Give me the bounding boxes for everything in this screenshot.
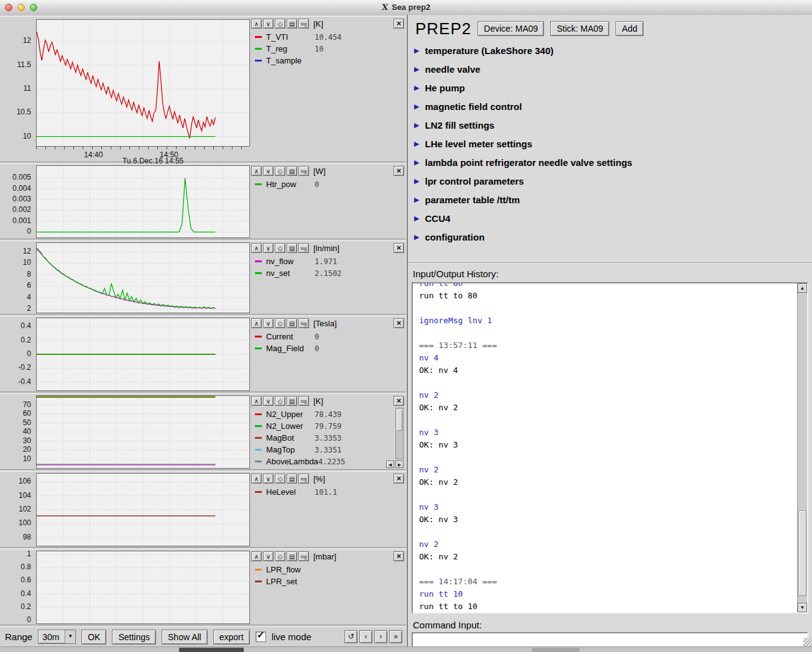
plot-toolbar: ∧∨◇▤log[ln/min]× bbox=[251, 242, 404, 254]
plot-close-button[interactable]: × bbox=[394, 474, 404, 484]
plot-scroll-down-button[interactable]: ∨ bbox=[263, 474, 274, 484]
plot-zoom-button[interactable]: ◇ bbox=[275, 318, 285, 328]
plot-print-button[interactable]: ▤ bbox=[287, 19, 297, 29]
legend-scrollbar[interactable] bbox=[395, 408, 404, 459]
plot-canvas[interactable] bbox=[36, 242, 250, 313]
plot-print-button[interactable]: ▤ bbox=[287, 551, 297, 561]
section-lpr-control-parameters[interactable]: ▶lpr control parameters bbox=[408, 172, 812, 190]
resize-grip[interactable] bbox=[803, 638, 812, 646]
history-box[interactable]: run tt 80run tt to 80 ignoreMsg lnv 1 ==… bbox=[412, 282, 808, 613]
plot-print-button[interactable]: ▤ bbox=[287, 474, 297, 484]
plot-zoom-button[interactable]: ◇ bbox=[275, 19, 285, 29]
show-all-button[interactable]: Show All bbox=[162, 630, 208, 645]
plot-canvas[interactable] bbox=[36, 19, 250, 147]
live-mode-checkbox[interactable]: ✓ bbox=[256, 631, 266, 642]
plot-close-button[interactable]: × bbox=[394, 318, 404, 328]
jump-live-button[interactable]: ↺ bbox=[344, 630, 358, 643]
plot-print-button[interactable]: ▤ bbox=[287, 318, 297, 328]
plot-zoom-button[interactable]: ◇ bbox=[275, 551, 285, 561]
section-temperature-lakeshore-340[interactable]: ▶temperature (LakeShore 340) bbox=[408, 41, 812, 60]
plot-zoom-button[interactable]: ◇ bbox=[275, 474, 285, 484]
section-ccu4[interactable]: ▶CCU4 bbox=[408, 209, 812, 227]
window-titlebar[interactable]: XSea prep2 bbox=[0, 0, 812, 16]
scrollbar-thumb[interactable] bbox=[798, 510, 806, 596]
plot-scroll-down-button[interactable]: ∨ bbox=[263, 243, 274, 253]
page-back-button[interactable]: ‹ bbox=[359, 630, 372, 643]
settings-button[interactable]: Settings bbox=[112, 630, 156, 645]
section-lambda-point-refrigerator-needle-valve-settings[interactable]: ▶lambda point refrigerator needle valve … bbox=[408, 153, 812, 172]
legend-scroll-right-button[interactable]: ▶ bbox=[395, 461, 404, 468]
plot-canvas[interactable] bbox=[36, 395, 250, 469]
plot-scroll-up-button[interactable]: ∧ bbox=[251, 19, 262, 29]
plot-unit-label: [ln/min] bbox=[313, 244, 339, 253]
expand-triangle-icon[interactable]: ▶ bbox=[414, 234, 419, 241]
plot-scroll-down-button[interactable]: ∨ bbox=[263, 19, 274, 29]
section-configuration[interactable]: ▶configuration bbox=[408, 227, 812, 246]
plot-scroll-up-button[interactable]: ∧ bbox=[251, 243, 262, 253]
page-end-button[interactable]: » bbox=[389, 630, 402, 643]
plot-canvas[interactable] bbox=[36, 318, 250, 391]
plot-scroll-up-button[interactable]: ∧ bbox=[251, 474, 262, 484]
section-lhe-level-meter-settings[interactable]: ▶LHe level meter settings bbox=[408, 134, 812, 153]
plot-log-scale-button[interactable]: log bbox=[298, 243, 309, 253]
history-scrollbar[interactable]: ▲ ▼ bbox=[797, 283, 807, 612]
scroll-up-button[interactable]: ▲ bbox=[798, 283, 807, 293]
plot-scroll-up-button[interactable]: ∧ bbox=[251, 318, 262, 328]
plot-close-button[interactable]: × bbox=[394, 243, 404, 253]
plot-print-button[interactable]: ▤ bbox=[287, 243, 297, 253]
dropdown-arrow-icon[interactable]: ▼ bbox=[65, 630, 75, 643]
plot-scroll-up-button[interactable]: ∧ bbox=[251, 551, 262, 561]
expand-triangle-icon[interactable]: ▶ bbox=[414, 122, 419, 129]
plot-close-button[interactable]: × bbox=[394, 396, 404, 406]
plot-log-scale-button[interactable]: log bbox=[298, 166, 309, 176]
export-button[interactable]: export bbox=[213, 630, 250, 645]
plot-canvas[interactable] bbox=[36, 165, 250, 238]
section-parameter-table-tt-tm[interactable]: ▶parameter table /tt/tm bbox=[408, 190, 812, 209]
expand-triangle-icon[interactable]: ▶ bbox=[414, 103, 419, 110]
plot-zoom-button[interactable]: ◇ bbox=[275, 396, 285, 406]
section-ln2-fill-settings[interactable]: ▶LN2 fill settings bbox=[408, 116, 812, 134]
page-forward-button[interactable]: › bbox=[374, 630, 387, 643]
plot-scroll-down-button[interactable]: ∨ bbox=[263, 318, 274, 328]
add-button[interactable]: Add bbox=[616, 21, 644, 36]
plot-scroll-down-button[interactable]: ∨ bbox=[263, 166, 274, 176]
expand-triangle-icon[interactable]: ▶ bbox=[414, 178, 419, 185]
legend-scrollbar-thumb[interactable] bbox=[397, 410, 402, 431]
plot-log-scale-button[interactable]: log bbox=[298, 318, 309, 328]
scroll-down-button[interactable]: ▼ bbox=[798, 603, 807, 612]
expand-triangle-icon[interactable]: ▶ bbox=[414, 47, 419, 54]
plot-log-scale-button[interactable]: log bbox=[298, 396, 309, 406]
section-he-pump[interactable]: ▶He pump bbox=[408, 78, 812, 97]
legend-series-name: nv_set bbox=[266, 269, 315, 278]
section-magnetic-field-control[interactable]: ▶magnetic field control bbox=[408, 97, 812, 116]
expand-triangle-icon[interactable]: ▶ bbox=[414, 215, 419, 222]
plot-print-button[interactable]: ▤ bbox=[287, 396, 297, 406]
expand-triangle-icon[interactable]: ▶ bbox=[414, 85, 419, 91]
plot-canvas[interactable] bbox=[36, 473, 250, 546]
range-select[interactable]: 30m ▼ bbox=[38, 630, 76, 644]
expand-triangle-icon[interactable]: ▶ bbox=[414, 196, 419, 203]
stick-button[interactable]: Stick: MA09 bbox=[550, 21, 609, 36]
plot-close-button[interactable]: × bbox=[394, 19, 404, 29]
expand-triangle-icon[interactable]: ▶ bbox=[414, 159, 419, 166]
plot-close-button[interactable]: × bbox=[394, 166, 404, 176]
plot-scroll-down-button[interactable]: ∨ bbox=[263, 396, 274, 406]
plot-close-button[interactable]: × bbox=[394, 551, 404, 561]
legend-scroll-left-button[interactable]: ◀ bbox=[386, 461, 394, 468]
expand-triangle-icon[interactable]: ▶ bbox=[414, 66, 419, 73]
checkmark-icon: ✓ bbox=[257, 629, 265, 641]
plot-scroll-up-button[interactable]: ∧ bbox=[251, 396, 262, 406]
plot-canvas[interactable] bbox=[36, 551, 250, 624]
plot-log-scale-button[interactable]: log bbox=[298, 19, 309, 29]
plot-log-scale-button[interactable]: log bbox=[298, 551, 309, 561]
device-button[interactable]: Device: MA09 bbox=[478, 21, 544, 36]
plot-scroll-down-button[interactable]: ∨ bbox=[263, 551, 274, 561]
plot-print-button[interactable]: ▤ bbox=[287, 166, 297, 176]
plot-zoom-button[interactable]: ◇ bbox=[275, 243, 285, 253]
expand-triangle-icon[interactable]: ▶ bbox=[414, 140, 419, 147]
section-needle-valve[interactable]: ▶needle valve bbox=[408, 60, 812, 78]
ok-button[interactable]: OK bbox=[81, 630, 106, 645]
plot-log-scale-button[interactable]: log bbox=[298, 474, 309, 484]
plot-scroll-up-button[interactable]: ∧ bbox=[251, 166, 262, 176]
plot-zoom-button[interactable]: ◇ bbox=[275, 166, 285, 176]
